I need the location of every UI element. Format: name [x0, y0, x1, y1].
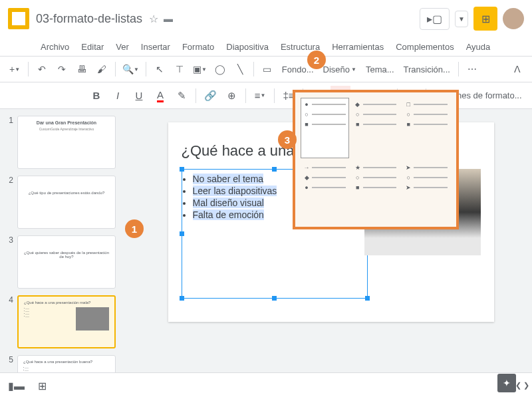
thumb-2[interactable]: ¿Qué tipo de presentaciones estás dando?	[17, 176, 116, 229]
thumb-3[interactable]: ¿Qué quieres saber después de la present…	[17, 235, 116, 289]
explore-icon[interactable]: ✦	[497, 374, 516, 392]
thumb-1[interactable]: Dar una Gran PresentaciónCustomGuide Apr…	[17, 116, 116, 169]
bullet-option-play[interactable]: ➤ ○ ➤	[402, 161, 451, 221]
star-icon[interactable]: ☆	[149, 13, 158, 25]
link-icon[interactable]: 🔗	[200, 86, 220, 106]
zoom-icon[interactable]: 🔍 ▼	[120, 60, 142, 78]
layout-button[interactable]: Diseño▼	[319, 65, 360, 74]
print-icon[interactable]: 🖶	[72, 60, 91, 78]
text-color-icon[interactable]: A	[150, 86, 170, 106]
menu-ayuda[interactable]: Ayuda	[462, 39, 495, 55]
folder-icon[interactable]: ▬	[164, 13, 173, 24]
transition-button[interactable]: Transición...	[400, 65, 454, 74]
callout-1: 1	[125, 219, 144, 238]
bold-icon[interactable]: B	[86, 86, 106, 106]
menu-ver[interactable]: Ver	[111, 39, 134, 55]
bullet-option-star[interactable]: ★ ○ ■	[352, 161, 400, 221]
doc-title[interactable]: 03-formato-de-listas	[36, 12, 142, 26]
collapse-icon[interactable]: ᐱ	[508, 60, 527, 78]
callout-2: 2	[307, 51, 326, 69]
bottom-bar: ▮▬ ⊞	[0, 372, 532, 399]
scroll-right-icon[interactable]: ❮ ❯	[515, 381, 529, 390]
menu-complementos[interactable]: Complementos	[391, 39, 458, 55]
paint-format-icon[interactable]: 🖌	[92, 60, 111, 78]
menu-archivo[interactable]: Archivo	[36, 39, 74, 55]
underline-icon[interactable]: U	[129, 86, 149, 106]
slides-logo-icon	[8, 8, 29, 29]
present-button[interactable]: ▸▢	[420, 8, 450, 30]
menu-formato[interactable]: Formato	[178, 39, 219, 55]
theme-button[interactable]: Tema...	[362, 65, 398, 74]
main-toolbar: + ▼ ↶ ↷ 🖶 🖌 🔍 ▼ ↖ ⊤ ▣ ▼ ◯ ╲ ▭ Fondo... D…	[0, 56, 532, 82]
menu-herramientas[interactable]: Herramientas	[327, 39, 388, 55]
present-dropdown[interactable]: ▼	[455, 11, 468, 27]
menu-editar[interactable]: Editar	[76, 39, 108, 55]
line-icon[interactable]: ╲	[231, 60, 249, 78]
grid-view-icon[interactable]: ⊞	[38, 380, 47, 392]
menu-insertar[interactable]: Insertar	[136, 39, 175, 55]
bullet-style-dropdown: ● ○ ■ ◆ ○ ■ □ ○ ■ → ◆ ● ★ ○ ■ ➤ ○ ➤	[293, 90, 459, 229]
bullet-option-disc[interactable]: ● ○ ■	[301, 98, 349, 158]
comment-add-icon[interactable]: ⊕	[221, 86, 241, 106]
comment-icon[interactable]: ▭	[258, 60, 277, 78]
undo-button[interactable]: ↶	[33, 60, 51, 78]
textbox-icon[interactable]: ⊤	[170, 60, 189, 78]
menu-diapositiva[interactable]: Diapositiva	[221, 39, 273, 55]
shape-icon[interactable]: ◯	[211, 60, 229, 78]
slide-panel: 1 Dar una Gran PresentaciónCustomGuide A…	[0, 109, 130, 399]
apps-grid-icon[interactable]: ⊞	[473, 7, 497, 31]
callout-3: 3	[278, 130, 297, 149]
italic-icon[interactable]: I	[108, 86, 128, 106]
image-icon[interactable]: ▣ ▼	[190, 60, 209, 78]
more-icon[interactable]: ⋯	[463, 60, 481, 78]
redo-button[interactable]: ↷	[53, 60, 71, 78]
highlight-icon[interactable]: ✎	[172, 86, 192, 106]
select-icon[interactable]: ↖	[150, 60, 169, 78]
avatar[interactable]	[503, 8, 524, 29]
thumb-4[interactable]: ¿Qué hace a una presentación mala? • ——•…	[17, 295, 116, 348]
new-slide-button[interactable]: + ▼	[5, 60, 24, 78]
bullet-option-arrow[interactable]: → ◆ ●	[301, 161, 349, 221]
menubar: Archivo Editar Ver Insertar Formato Diap…	[0, 37, 532, 56]
filmstrip-view-icon[interactable]: ▮▬	[8, 380, 25, 392]
bullet-option-diamond[interactable]: ◆ ○ ■	[352, 98, 400, 158]
align-icon[interactable]: ≡ ▼	[250, 86, 270, 106]
bullet-option-square[interactable]: □ ○ ■	[402, 98, 451, 158]
